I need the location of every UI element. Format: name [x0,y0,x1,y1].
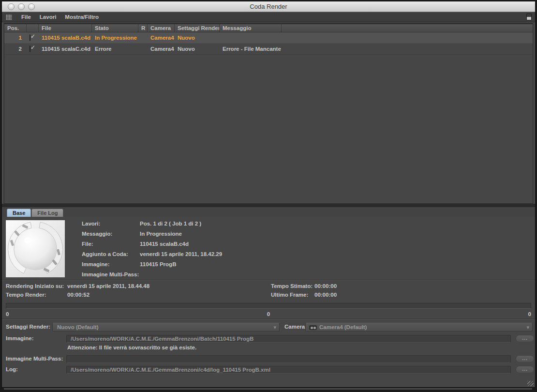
grip-icon[interactable] [6,15,12,20]
job-enabled-checkbox[interactable]: ✓ [30,45,30,52]
header-messaggio[interactable]: Messaggio [220,24,282,32]
header-settaggi-render[interactable]: Settaggi Render [175,24,220,32]
cell-stato: In Progressione [92,32,138,43]
traffic-lights [8,3,35,10]
multipass-path-input[interactable] [66,355,511,363]
divider [2,280,535,281]
header-pos[interactable]: Pos. [4,24,27,32]
detail-label: Lavori: [82,219,140,229]
detail-label: Messaggio: [82,229,140,239]
detail-label: Aggiunto a Coda: [82,249,140,259]
frame-range: 0 0 0 [6,311,531,319]
minimize-button[interactable] [18,3,25,10]
header-r[interactable]: R [138,24,148,32]
ultimo-frame-value: 00:00:00 [314,292,337,298]
detail-label: Immagine: [82,259,140,270]
overwrite-warning: Attenzione: Il file verrà sovrascritto s… [67,345,196,350]
detail-value: In Progressione [140,229,182,239]
camera-dropdown[interactable]: Camera4 (Default) ▾ [305,323,533,332]
immagine-path-input[interactable] [66,335,511,343]
detail-label: Immagine Multi-Pass: [82,270,140,280]
render-started-value: venerdì 15 aprile 2011, 18.44.48 [67,283,149,289]
start-frame: 0 [6,311,9,317]
header-camera[interactable]: Camera [148,24,175,32]
header-file[interactable]: File [39,24,92,32]
cell-messaggio: Errore - File Mancante [220,44,282,54]
tempo-stimato-label: Tempo Stimato: [271,283,313,289]
window-collapse-icon[interactable] [526,14,532,20]
window-bottom-edge [4,388,532,390]
job-table: Pos. File Stato R Camera Settaggi Render… [4,23,533,204]
immagine-browse-button[interactable]: ... [516,335,534,342]
table-row[interactable]: 1 ✓ 110415 scalaB.c4d In Progressione Ca… [4,32,533,44]
cell-camera: Camera4 [148,44,175,54]
tab-bar: Base File Log [2,207,535,217]
render-started-label: Rendering Iniziato su: [6,283,64,289]
menu-bar: File Lavori Mostra/Filtro [2,12,535,22]
tab-file-log[interactable]: File Log [31,209,63,217]
tempo-stimato-value: 00:00:00 [314,283,337,289]
cell-settaggi: Nuovo [175,32,220,43]
current-frame: 0 [267,311,270,317]
chevron-down-icon: ▾ [273,323,276,331]
tempo-render-value: 00:00:52 [67,292,90,298]
frame-progress-bar [6,303,531,309]
detail-value: Pos. 1 di 2 ( Job 1 di 2 ) [140,219,201,229]
cell-file: 110415 scalaB.c4d [39,32,92,43]
window-title: Coda Render [250,3,287,10]
render-queue-window: Coda Render File Lavori Mostra/Filtro Po… [1,1,536,388]
camera-label: Camera [284,324,305,330]
cell-stato: Errore [92,44,138,54]
cell-messaggio [220,32,282,43]
check-icon: ✓ [30,33,35,39]
job-details-list: Lavori:Pos. 1 di 2 ( Job 1 di 2 ) Messag… [82,219,222,280]
screen: { "window": { "title": "Coda Render" }, … [0,0,537,392]
detail-value: 110415 scalaB.c4d [140,239,189,249]
detail-value: venerdì 15 aprile 2011, 18.42.29 [140,249,222,259]
cell-file: 110415 scalaC.c4d [39,44,92,54]
cell-settaggi: Nuovo [175,44,220,54]
job-enabled-checkbox[interactable]: ✓ [30,34,30,41]
settaggi-render-label: Settaggi Render: [6,324,50,330]
render-preview-image [6,220,65,277]
cell-pos: 2 [4,44,27,54]
header-check[interactable] [27,24,39,32]
menu-file[interactable]: File [17,14,35,20]
menu-mostra-filtro[interactable]: Mostra/Filtro [60,14,103,20]
detail-value: 110415 ProgB [140,259,176,270]
cell-camera: Camera4 [148,32,175,43]
panel-splitter[interactable] [2,204,535,207]
log-label: Log: [6,366,18,372]
tempo-render-label: Tempo Render: [6,292,46,298]
ultimo-frame-label: Ultimo Frame: [271,292,308,298]
table-row[interactable]: 2 ✓ 110415 scalaC.c4d Errore Camera4 Nuo… [4,44,533,55]
camera-value: Camera4 (Default) [319,324,367,330]
resize-grip-icon[interactable] [527,381,534,386]
end-frame: 0 [528,311,531,317]
cell-pos: 1 [4,32,27,43]
title-bar[interactable]: Coda Render [2,1,535,12]
table-header-row: Pos. File Stato R Camera Settaggi Render… [4,24,533,32]
job-detail-panel: Lavori:Pos. 1 di 2 ( Job 1 di 2 ) Messag… [2,217,535,387]
chevron-down-icon: ▾ [526,323,529,331]
tab-base[interactable]: Base [7,209,31,217]
multipass-label: Immagine Multi-Pass: [6,356,63,362]
header-filler [282,24,533,32]
zoom-button[interactable] [28,3,35,10]
check-icon: ✓ [30,45,35,50]
close-button[interactable] [8,3,15,10]
divider [2,318,535,319]
detail-label: File: [82,239,140,249]
log-path-input[interactable] [66,366,511,374]
menu-lavori[interactable]: Lavori [35,14,61,20]
log-browse-button[interactable]: ... [516,366,534,373]
settaggi-render-dropdown[interactable]: Nuovo (Default) ▾ [52,323,280,332]
multipass-browse-button[interactable]: ... [516,355,534,362]
header-stato[interactable]: Stato [92,24,138,32]
settaggi-render-value: Nuovo (Default) [57,324,99,330]
camera-icon [309,325,317,330]
immagine-label: Immagine: [6,335,34,341]
